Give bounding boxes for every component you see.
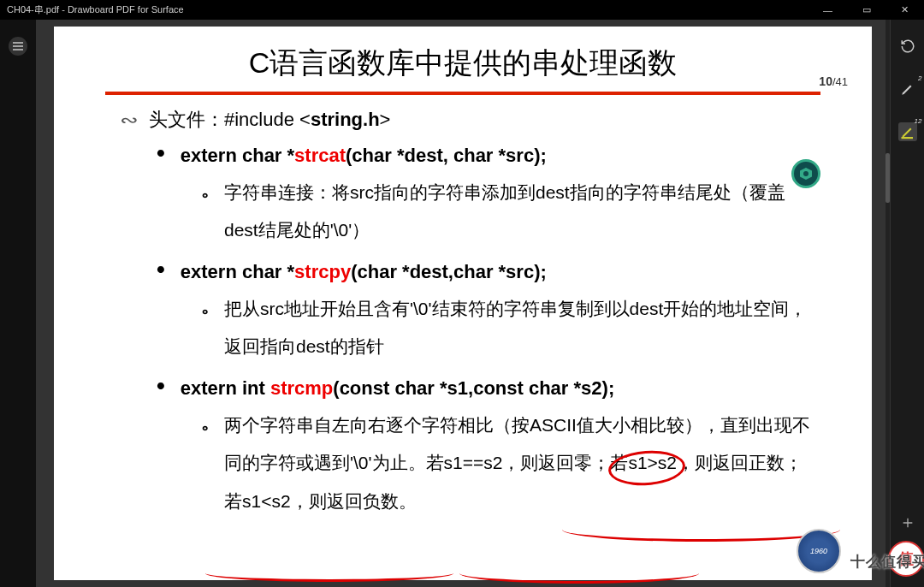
title-bar: CH04-串.pdf - Drawboard PDF for Surface —… <box>0 0 924 20</box>
title-underline <box>105 92 820 95</box>
pdf-page: C语言函数库中提供的串处理函数 10/41 ∾ 头文件：#include <st… <box>54 27 872 580</box>
pen-tool-1[interactable]: 2 <box>898 80 917 98</box>
document-viewport[interactable]: C语言函数库中提供的串处理函数 10/41 ∾ 头文件：#include <st… <box>36 20 890 587</box>
header-line: ∾ 头文件：#include <string.h> <box>122 107 816 133</box>
bullet-icon: • <box>157 377 165 400</box>
list-item: • extern char *strcat(char *dest, char *… <box>157 145 816 167</box>
list-item: • extern int strcmp(const char *s1,const… <box>157 377 816 400</box>
list-sub-item: ⚬ 两个字符串自左向右逐个字符相比（按ASCII值大小相比较），直到出现不同的字… <box>199 406 816 519</box>
hex-icon <box>800 168 812 180</box>
floating-settings-button[interactable] <box>791 159 820 188</box>
annotation-underline <box>459 573 699 584</box>
annotation-underline <box>205 573 453 582</box>
list-sub-item: ⚬ 字符串连接：将src指向的字符串添加到dest指向的字符串结尾处（覆盖des… <box>199 174 816 249</box>
slide-title: C语言函数库中提供的串处理函数 <box>54 27 872 83</box>
undo-button[interactable] <box>898 37 917 56</box>
page-number: 10/41 <box>819 74 848 88</box>
university-seal: 1960 <box>797 529 841 573</box>
hamburger-menu-button[interactable] <box>9 37 27 56</box>
list-item: • extern char *strcpy(char *dest,char *s… <box>157 261 816 283</box>
sub-bullet-icon: ⚬ <box>199 298 210 365</box>
app-body: C语言函数库中提供的串处理函数 10/41 ∾ 头文件：#include <st… <box>0 20 924 587</box>
left-sidebar <box>0 20 36 587</box>
sub-bullet-icon: ⚬ <box>199 181 210 249</box>
bullet-icon: • <box>157 145 165 167</box>
sub-bullet-icon: ⚬ <box>199 414 210 519</box>
add-button[interactable] <box>898 513 917 532</box>
close-button[interactable]: ✕ <box>886 0 924 20</box>
svg-rect-0 <box>901 137 913 139</box>
pen-tool-2-active[interactable]: 12 <box>898 122 917 141</box>
window-title: CH04-串.pdf - Drawboard PDF for Surface <box>0 3 808 16</box>
list-sub-item: ⚬ 把从src地址开始且含有'\0'结束符的字符串复制到以dest开始的地址空间… <box>199 290 816 365</box>
tool-badge: 2 <box>918 74 921 82</box>
tool-badge: 12 <box>915 117 922 125</box>
bullet-icon: • <box>157 261 165 283</box>
watermark-text: 十么值得买 <box>850 552 924 572</box>
window-controls: — ▭ ✕ <box>808 0 924 20</box>
right-toolbar: 2 12 <box>890 20 924 587</box>
link-icon: ∾ <box>120 110 139 130</box>
minimize-button[interactable]: — <box>808 0 847 20</box>
maximize-button[interactable]: ▭ <box>847 0 886 20</box>
slide-content: ∾ 头文件：#include <string.h> • extern char … <box>54 107 872 520</box>
